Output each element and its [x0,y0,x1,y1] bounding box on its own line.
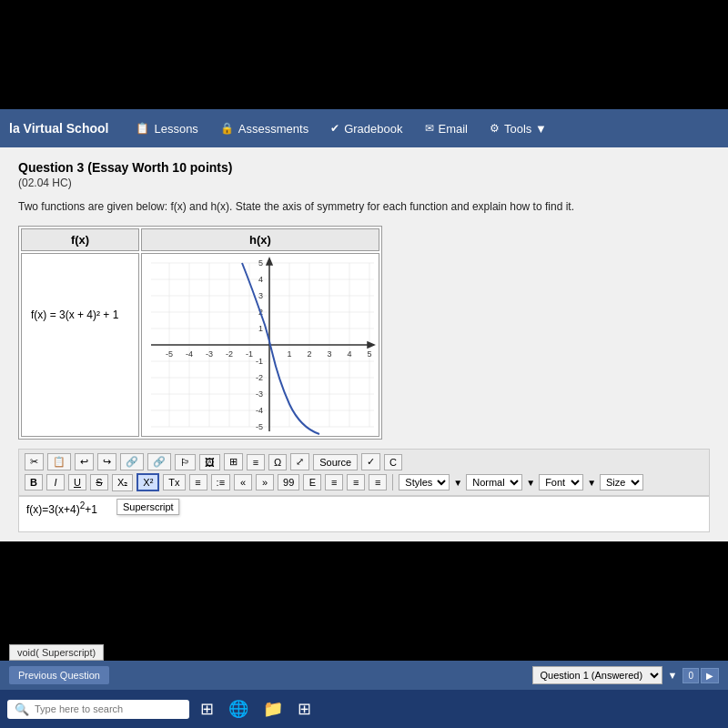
table-header-fx: f(x) [21,228,139,251]
subscript-button[interactable]: X₂ [112,474,133,491]
superscript-tooltip: Superscript [116,499,180,515]
nav-assessments[interactable]: 🔒 Assessments [220,122,308,136]
remove-format-button[interactable]: Tx [163,474,185,490]
strikethrough-button[interactable]: S [90,474,108,490]
question-selector: Question 1 (Answered) ▼ 0 ▶ [532,666,719,684]
superscript-button[interactable]: X² Superscript [136,473,159,491]
prev-question-button[interactable]: Previous Question [9,666,109,684]
omega-button[interactable]: Ω [268,454,287,470]
svg-text:1: 1 [287,349,291,359]
svg-text:-4: -4 [256,406,263,415]
taskbar-edge-icon[interactable]: 🌐 [225,697,252,721]
size-select[interactable]: Size [600,474,643,490]
svg-text:-4: -4 [186,349,193,359]
svg-text:4: 4 [347,349,351,359]
font-arrow: ▼ [587,478,596,488]
svg-text:3: 3 [327,349,331,359]
bottom-bar: Previous Question Question 1 (Answered) … [0,661,728,690]
navbar: la Virtual School 📋 Lessons 🔒 Assessment… [0,109,728,147]
copy-button[interactable]: 📋 [47,453,71,470]
nav-lessons[interactable]: 📋 Lessons [136,122,197,136]
svg-text:5: 5 [258,258,263,268]
svg-text:-3: -3 [206,349,213,359]
svg-text:-5: -5 [256,422,263,431]
flag-button[interactable]: 🏳 [175,454,196,470]
align-justify-button[interactable]: ≡ [369,474,387,490]
svg-text:5: 5 [367,349,371,359]
clear-button[interactable]: C [384,454,402,470]
nav-links: 📋 Lessons 🔒 Assessments ✔ Gradebook ✉ Em… [136,122,546,136]
underline-button[interactable]: U [68,474,86,490]
question-body: Two functions are given below: f(x) and … [18,198,710,215]
indent-button[interactable]: ≡ [189,474,207,490]
taskbar-grid-icon[interactable]: ⊞ [197,697,217,721]
svg-text:-1: -1 [256,357,263,366]
svg-text:-2: -2 [256,373,263,382]
nav-prev-arrow[interactable]: 0 [682,668,699,683]
hx-cell: -5 -4 -3 -2 -1 1 2 3 4 5 [141,253,379,437]
question-title: Question 3 (Essay Worth 10 points) [18,160,710,175]
taskbar-folder-icon[interactable]: 📁 [259,697,287,721]
taskbar-apps-icon[interactable]: ⊞ [294,697,315,721]
italic-button[interactable]: I [46,474,65,490]
styles-select[interactable]: Styles [399,474,450,490]
nav-tools[interactable]: ⚙ Tools ▼ [490,122,547,136]
source-button[interactable]: Source [313,454,358,470]
status-tooltip: void( Superscript) [9,644,104,661]
top-black-area [0,0,728,109]
parabola-curve [242,263,319,434]
toolbar-row2: B I U S X₂ X² Superscript Tx ≡ :≡ « » 99… [25,473,703,491]
unlink-button[interactable]: 🔗 [147,453,171,470]
list-button[interactable]: ≡ [247,454,265,470]
cut-button[interactable]: ✂ [25,453,44,470]
nav-arrows: 0 ▶ [682,668,719,683]
image-button[interactable]: 🖼 [199,454,220,470]
toolbar-area: ✂ 📋 ↩ ↪ 🔗 🔗 🏳 🖼 ⊞ ≡ Ω ⤢ Source ✓ C B I U… [18,449,710,496]
svg-marker-24 [368,342,374,348]
bold-button[interactable]: B [25,474,43,490]
separator1 [392,474,393,490]
nav-assessments-label: Assessments [238,122,308,136]
table-button[interactable]: ⊞ [224,453,243,470]
svg-text:3: 3 [258,291,263,300]
search-input[interactable] [35,703,153,714]
taskbar-search[interactable]: 🔍 [7,700,189,719]
fx-cell: f(x) = 3(x + 4)² + 1 [21,253,139,437]
quote-button[interactable]: 99 [278,474,299,490]
search-icon: 🔍 [15,703,29,716]
svg-text:-5: -5 [166,349,173,359]
nav-next-arrow[interactable]: ▶ [701,668,719,683]
blockquote-right-button[interactable]: » [256,474,274,490]
check-button[interactable]: ✓ [361,453,380,470]
lessons-icon: 📋 [136,122,149,135]
function-table: f(x) h(x) f(x) = 3(x + 4)² + 1 [18,226,382,440]
svg-text:-1: -1 [246,349,253,359]
align-left-button[interactable]: E [303,474,321,490]
assessments-icon: 🔒 [220,122,234,135]
align-center-button[interactable]: ≡ [325,474,343,490]
redo-button[interactable]: ↪ [97,453,116,470]
normal-select[interactable]: Normal [466,474,522,490]
nav-lessons-label: Lessons [154,122,197,136]
brand-name: la Virtual School [9,121,108,136]
nav-gradebook[interactable]: ✔ Gradebook [330,122,402,136]
main-content: Question 3 (Essay Worth 10 points) (02.0… [0,147,728,541]
graph-container: -5 -4 -3 -2 -1 1 2 3 4 5 [142,254,379,436]
svg-text:-2: -2 [226,349,233,359]
email-icon: ✉ [425,122,434,135]
question-select[interactable]: Question 1 (Answered) [532,666,662,684]
nav-email[interactable]: ✉ Email [425,122,469,136]
outdent-button[interactable]: :≡ [211,474,230,490]
special-button[interactable]: ⤢ [290,453,309,470]
svg-text:-3: -3 [256,389,263,399]
gradebook-icon: ✔ [330,122,339,135]
link-button[interactable]: 🔗 [120,453,144,470]
answer-text: f(x)=3(x+4)2+1 [26,503,97,516]
blockquote-left-button[interactable]: « [234,474,252,490]
font-select[interactable]: Font [539,474,583,490]
table-row: f(x) = 3(x + 4)² + 1 [21,253,379,437]
question-number: Question 3 [18,160,84,175]
align-right-button[interactable]: ≡ [347,474,365,490]
undo-button[interactable]: ↩ [75,453,94,470]
svg-text:4: 4 [258,275,263,284]
